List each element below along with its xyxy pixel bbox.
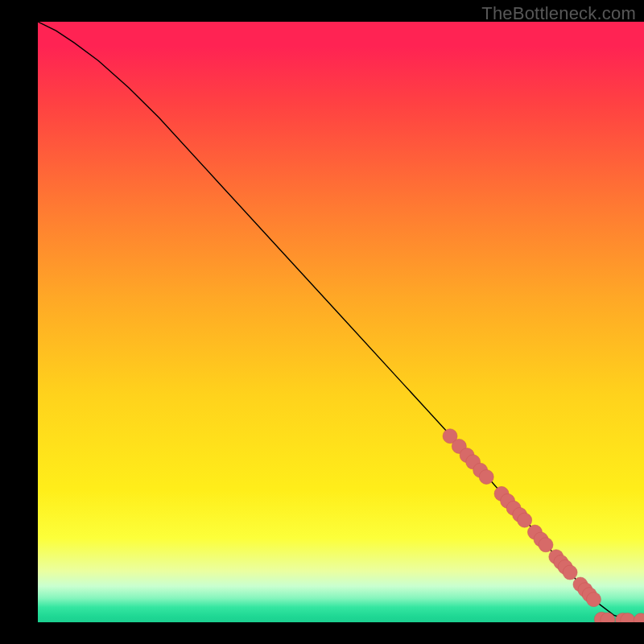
watermark-text: TheBottleneck.com <box>481 3 636 24</box>
curve-line <box>38 22 644 621</box>
chart-svg <box>38 22 644 622</box>
plot-area <box>38 22 644 622</box>
marker-dot <box>539 538 553 552</box>
chart-frame: TheBottleneck.com <box>0 0 644 644</box>
marker-dot <box>518 513 532 527</box>
marker-dot <box>479 469 493 484</box>
marker-dots <box>443 429 644 622</box>
marker-dot <box>634 613 644 622</box>
marker-dot <box>587 592 601 607</box>
marker-dot <box>563 565 577 580</box>
